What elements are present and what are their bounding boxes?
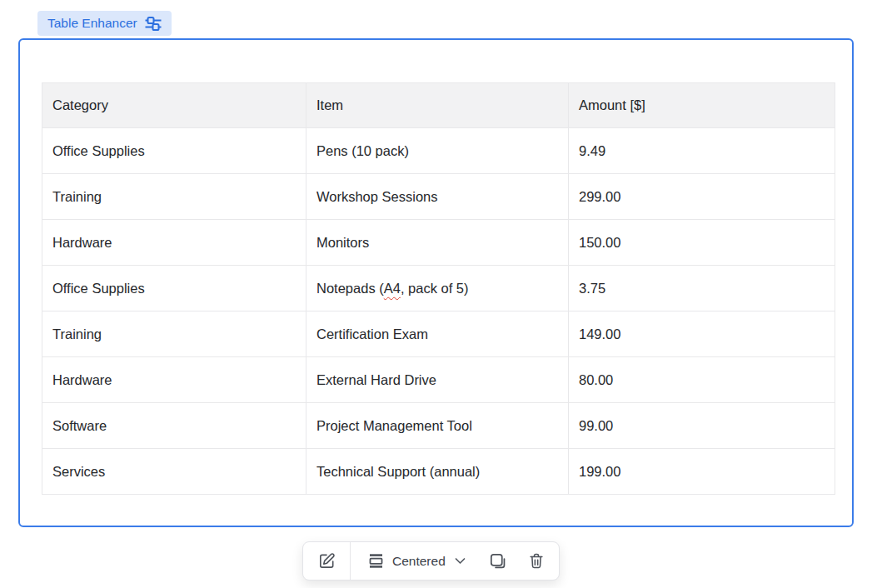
data-table: Category Item Amount [$] Office Supplies… — [42, 82, 835, 495]
chevron-down-icon — [455, 557, 466, 565]
cell-amount[interactable]: 149.00 — [569, 311, 835, 357]
cell-item[interactable]: Project Management Tool — [306, 403, 569, 449]
sliders-icon — [145, 17, 162, 31]
cell-amount[interactable]: 99.00 — [569, 403, 835, 449]
delete-button[interactable] — [517, 542, 559, 580]
edit-button[interactable] — [303, 542, 350, 580]
page: { "colors": { "accent_blue": "#3b7ce9", … — [0, 0, 872, 588]
edit-pencil-icon — [317, 551, 336, 571]
cell-amount[interactable]: 199.00 — [569, 449, 835, 495]
cell-category[interactable]: Services — [42, 449, 306, 495]
table-row: Training Workshop Sessions 299.00 — [42, 174, 835, 220]
column-header-amount[interactable]: Amount [$] — [569, 83, 835, 128]
block-toolbar: Centered — [302, 541, 560, 581]
misspelled-word: A4 — [384, 281, 401, 296]
table-header-row: Category Item Amount [$] — [42, 83, 835, 128]
centered-block-icon — [367, 552, 385, 570]
cell-category[interactable]: Training — [42, 311, 306, 357]
duplicate-button[interactable] — [479, 542, 517, 580]
column-header-category[interactable]: Category — [42, 83, 306, 128]
table-row: Office Supplies Notepads (A4, pack of 5)… — [42, 266, 835, 311]
table-row: Hardware External Hard Drive 80.00 — [42, 357, 835, 403]
alignment-dropdown[interactable]: Centered — [351, 542, 479, 580]
badge-label: Table Enhancer — [47, 16, 137, 31]
cell-amount[interactable]: 3.75 — [569, 266, 835, 311]
cell-item[interactable]: Pens (10 pack) — [306, 128, 569, 174]
table-row: Software Project Management Tool 99.00 — [42, 403, 835, 449]
cell-item[interactable]: Monitors — [306, 220, 569, 266]
cell-item[interactable]: Technical Support (annual) — [306, 449, 569, 495]
column-header-item[interactable]: Item — [306, 83, 569, 128]
cell-item[interactable]: External Hard Drive — [306, 357, 569, 403]
cell-category[interactable]: Office Supplies — [42, 128, 306, 174]
cell-item[interactable]: Certification Exam — [306, 311, 569, 357]
cell-amount[interactable]: 9.49 — [569, 128, 835, 174]
cell-category[interactable]: Hardware — [42, 220, 306, 266]
cell-category[interactable]: Hardware — [42, 357, 306, 403]
cell-item[interactable]: Notepads (A4, pack of 5) — [306, 266, 569, 311]
cell-category[interactable]: Training — [42, 174, 306, 220]
table-row: Office Supplies Pens (10 pack) 9.49 — [42, 128, 835, 174]
table-block-frame[interactable]: Category Item Amount [$] Office Supplies… — [18, 38, 854, 527]
table-enhancer-badge[interactable]: Table Enhancer — [37, 11, 172, 36]
table-body: Office Supplies Pens (10 pack) 9.49 Trai… — [42, 128, 835, 495]
table-row: Hardware Monitors 150.00 — [42, 220, 835, 266]
cell-category[interactable]: Software — [42, 403, 306, 449]
cell-amount[interactable]: 299.00 — [569, 174, 835, 220]
cell-amount[interactable]: 150.00 — [569, 220, 835, 266]
cell-amount[interactable]: 80.00 — [569, 357, 835, 403]
trash-icon — [527, 551, 546, 571]
cell-category[interactable]: Office Supplies — [42, 266, 306, 311]
table-container: Category Item Amount [$] Office Supplies… — [42, 82, 835, 495]
table-row: Services Technical Support (annual) 199.… — [42, 449, 835, 495]
cell-item[interactable]: Workshop Sessions — [306, 174, 569, 220]
duplicate-icon — [488, 551, 507, 571]
alignment-label: Centered — [392, 554, 446, 569]
table-row: Training Certification Exam 149.00 — [42, 311, 835, 357]
